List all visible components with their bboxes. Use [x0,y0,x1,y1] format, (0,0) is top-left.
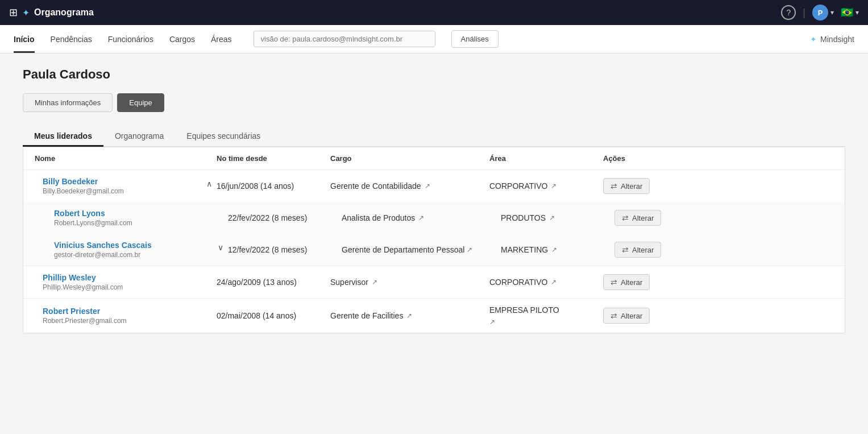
since-vinicius: 12/fev/2022 (8 meses) [228,245,342,254]
alterar-icon: ⇄ [622,245,629,254]
avatar-dropdown-icon: ▾ [830,9,834,16]
network-icon: ✦ [22,7,30,18]
cargo-phillip: Supervisor ↗ [330,278,489,287]
avatar: P [812,5,828,20]
subtab-organograma[interactable]: Organograma [103,126,175,146]
external-link-icon[interactable]: ↗ [551,182,556,190]
table-header: Nome No time desde Cargo Área Ações [23,147,845,170]
search-input[interactable] [254,31,435,47]
nav-pendencias[interactable]: Pendências [51,25,92,53]
topbar-logo: ⊞ ✦ Organograma [9,6,775,19]
header-cargo: Cargo [330,154,489,163]
divider: | [803,7,805,19]
external-link-icon[interactable]: ↗ [406,312,412,320]
cargo-robert: Analista de Produtos ↗ [342,213,501,222]
brand: ✦ Mindsight [810,35,854,44]
tab-minhas-informacoes[interactable]: Minhas informações [23,93,113,112]
analyses-button[interactable]: Análises [451,30,499,48]
employee-name-vinicius[interactable]: Vinicius Sanches Cascais [54,241,152,250]
row-group-priester: Robert Priester Robert.Priester@gmail.co… [23,299,845,333]
external-link-icon[interactable]: ↗ [549,214,555,222]
tab-buttons: Minhas informações Equipe [23,93,845,112]
acoes-billy: ⇄ Alterar [603,178,705,194]
nav-inicio[interactable]: Início [14,25,35,53]
name-info-billy: Billy Boedeker Billy.Boedeker@gmail.com [43,177,124,195]
alterar-icon: ⇄ [622,213,629,222]
table-row: Billy Boedeker Billy.Boedeker@gmail.com … [23,170,845,202]
alterar-button-vinicius[interactable]: ⇄ Alterar [614,242,661,258]
area-priester: EMPRESA PILOTO ↗ [489,305,603,326]
since-phillip: 24/ago/2009 (13 anos) [217,278,330,287]
name-cell-billy: Billy Boedeker Billy.Boedeker@gmail.com … [35,177,217,195]
name-info-priester: Robert Priester Robert.Priester@gmail.co… [43,307,127,325]
topbar: ⊞ ✦ Organograma ? | P ▾ 🇧🇷 ▾ [0,0,868,25]
subtab-equipes-secundarias[interactable]: Equipes secundárias [175,126,272,146]
employee-email-vinicius: gestor-diretor@email.com.br [54,251,152,259]
name-info-phillip: Phillip Wesley Phillip.Wesley@gmail.com [43,273,123,291]
brand-label: Mindsight [820,35,854,44]
external-link-icon[interactable]: ↗ [551,246,557,254]
flag-icon: 🇧🇷 [841,6,853,19]
header-area: Área [489,154,603,163]
header-nome: Nome [35,154,217,163]
name-cell-robert: Robert Lyons Robert.Lyons@gmail.com [46,209,228,227]
acoes-robert: ⇄ Alterar [614,210,717,226]
cargo-billy: Gerente de Contabilidade ↗ [330,181,489,191]
sub-tabs: Meus liderados Organograma Equipes secun… [23,126,845,147]
employees-table: Nome No time desde Cargo Área Ações Bill… [23,147,845,333]
employee-name-billy[interactable]: Billy Boedeker [43,177,124,186]
help-icon: ? [786,8,791,17]
external-link-icon[interactable]: ↗ [372,278,377,286]
alterar-icon: ⇄ [610,181,617,191]
since-billy: 16/jun/2008 (14 anos) [217,181,330,191]
employee-name-phillip[interactable]: Phillip Wesley [43,273,123,282]
table-row: Robert Priester Robert.Priester@gmail.co… [23,299,845,333]
search-container [254,31,435,47]
help-button[interactable]: ? [781,5,796,20]
alterar-button-robert[interactable]: ⇄ Alterar [614,210,661,226]
navbar: Início Pendências Funcionários Cargos Ár… [0,25,868,53]
external-link-icon[interactable]: ↗ [425,182,430,190]
external-link-icon[interactable]: ↗ [467,246,472,254]
table-row: Phillip Wesley Phillip.Wesley@gmail.com … [23,266,845,298]
language-button[interactable]: 🇧🇷 ▾ [841,6,859,19]
page-title: Paula Cardoso [23,67,845,82]
tab-equipe[interactable]: Equipe [117,93,164,112]
user-avatar-button[interactable]: P ▾ [812,5,834,20]
external-link-icon[interactable]: ↗ [551,278,556,286]
employee-email-billy: Billy.Boedeker@gmail.com [43,187,124,195]
alterar-icon: ⇄ [610,311,617,320]
external-link-icon[interactable]: ↗ [489,318,495,326]
employee-name-priester[interactable]: Robert Priester [43,307,127,316]
acoes-priester: ⇄ Alterar [603,308,705,324]
flag-dropdown-icon: ▾ [855,9,859,16]
nav-cargos[interactable]: Cargos [169,25,195,53]
name-cell-vinicius: Vinicius Sanches Cascais gestor-diretor@… [46,241,228,259]
row-group-phillip: Phillip Wesley Phillip.Wesley@gmail.com … [23,266,845,299]
area-vinicius: MARKETING ↗ [501,245,614,254]
external-link-icon[interactable]: ↗ [418,214,424,222]
alterar-button-billy[interactable]: ⇄ Alterar [603,178,650,194]
topbar-right: ? | P ▾ 🇧🇷 ▾ [781,5,859,20]
alterar-button-phillip[interactable]: ⇄ Alterar [603,274,650,290]
employee-email-phillip: Phillip.Wesley@gmail.com [43,283,123,291]
app-title: Organograma [34,7,94,18]
nav-funcionarios[interactable]: Funcionários [108,25,153,53]
expand-button-billy[interactable]: ∧ [202,177,217,191]
employee-email-priester: Robert.Priester@gmail.com [43,317,127,325]
name-info-vinicius: Vinicius Sanches Cascais gestor-diretor@… [54,241,152,259]
alterar-button-priester[interactable]: ⇄ Alterar [603,308,650,324]
employee-name-robert[interactable]: Robert Lyons [54,209,132,218]
header-acoes: Ações [603,154,705,163]
name-cell-phillip: Phillip Wesley Phillip.Wesley@gmail.com [35,273,217,291]
expand-button-vinicius[interactable]: ∨ [213,241,228,254]
table-row: Vinicius Sanches Cascais gestor-diretor@… [23,234,845,266]
page-content: Paula Cardoso Minhas informações Equipe … [0,53,868,347]
table-row: Robert Lyons Robert.Lyons@gmail.com 22/f… [23,202,845,234]
subtab-meus-liderados[interactable]: Meus liderados [23,126,103,146]
nav-areas[interactable]: Áreas [211,25,232,53]
brand-icon: ✦ [810,35,817,44]
area-phillip: CORPORATIVO ↗ [489,278,603,287]
area-robert: PRODUTOS ↗ [501,213,614,222]
name-cell-priester: Robert Priester Robert.Priester@gmail.co… [35,307,217,325]
